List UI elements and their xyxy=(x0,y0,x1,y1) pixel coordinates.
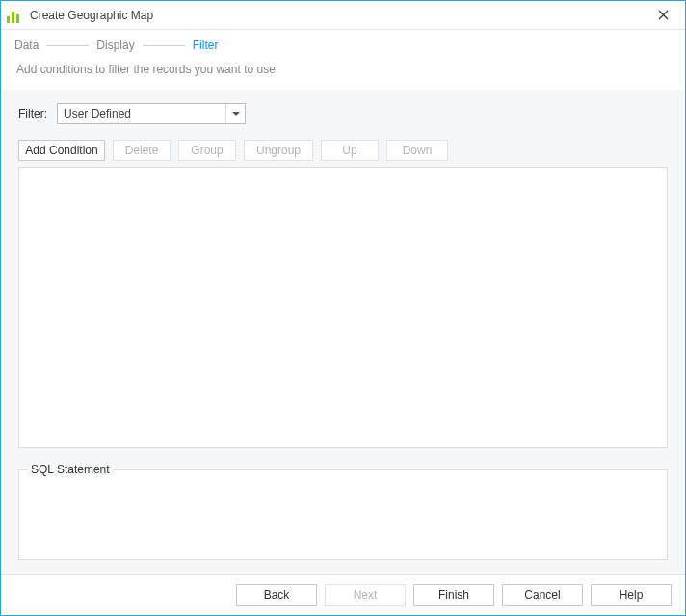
close-icon[interactable] xyxy=(648,4,677,27)
sql-legend: SQL Statement xyxy=(27,463,114,476)
add-condition-button[interactable]: Add Condition xyxy=(18,140,105,161)
chevron-down-icon xyxy=(225,104,245,123)
filter-combo-value: User Defined xyxy=(64,107,131,121)
finish-button[interactable]: Finish xyxy=(413,584,494,606)
step-separator xyxy=(46,45,89,46)
sql-wrap: SQL Statement xyxy=(18,462,668,564)
window-title: Create Geographic Map xyxy=(30,9,648,22)
filter-combo[interactable]: User Defined xyxy=(57,103,246,124)
hint-text: Add conditions to filter the records you… xyxy=(1,55,685,90)
step-separator xyxy=(143,45,185,46)
step-data[interactable]: Data xyxy=(13,39,40,52)
delete-button: Delete xyxy=(113,140,171,161)
footer: Back Next Finish Cancel Help xyxy=(1,575,685,615)
help-button[interactable]: Help xyxy=(591,584,672,606)
step-filter[interactable]: Filter xyxy=(191,39,221,52)
ungroup-button: Ungroup xyxy=(244,140,313,161)
conditions-area[interactable] xyxy=(18,167,668,448)
wizard-steps: Data Display Filter xyxy=(1,30,685,55)
down-button: Down xyxy=(386,140,448,161)
dialog-window: Create Geographic Map Data Display Filte… xyxy=(0,0,686,616)
filter-label: Filter: xyxy=(18,107,47,121)
filter-row: Filter: User Defined xyxy=(18,103,668,124)
sql-statement-box: SQL Statement xyxy=(18,469,668,560)
group-button: Group xyxy=(178,140,236,161)
back-button[interactable]: Back xyxy=(236,584,317,606)
content-outer: Filter: User Defined Add Condition Delet… xyxy=(1,90,685,575)
step-display[interactable]: Display xyxy=(94,39,136,52)
app-icon xyxy=(7,8,22,23)
cancel-button[interactable]: Cancel xyxy=(502,584,583,606)
next-button: Next xyxy=(325,584,406,606)
content: Filter: User Defined Add Condition Delet… xyxy=(1,90,685,574)
up-button: Up xyxy=(321,140,379,161)
titlebar: Create Geographic Map xyxy=(1,1,685,30)
condition-toolbar: Add Condition Delete Group Ungroup Up Do… xyxy=(18,140,668,161)
